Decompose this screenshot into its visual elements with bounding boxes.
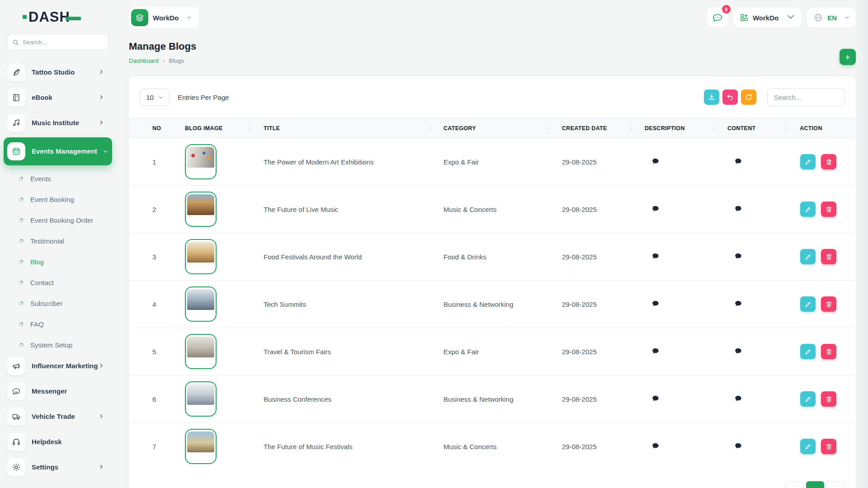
- blog-image-thumbnail[interactable]: [185, 144, 217, 179]
- sidebar-item-messenger[interactable]: Messenger: [7, 380, 108, 402]
- sidebar-subitem-events[interactable]: Events: [7, 168, 108, 189]
- sidebar-item-music-institute[interactable]: Music Institute: [7, 112, 108, 134]
- sidebar-subitem-system-setup[interactable]: System Setup: [7, 334, 108, 355]
- pagination-prev-button[interactable]: [785, 481, 803, 488]
- sidebar-item-tattoo-studio[interactable]: Tattoo Studio: [7, 61, 108, 83]
- sort-icon[interactable]: ↑↓: [428, 126, 431, 131]
- edit-button[interactable]: [800, 154, 816, 169]
- edit-button[interactable]: [800, 296, 816, 312]
- language-dropdown[interactable]: EN: [807, 8, 856, 28]
- delete-button[interactable]: [821, 344, 836, 359]
- breadcrumb-dashboard-link[interactable]: Dashboard: [129, 57, 159, 64]
- delete-button[interactable]: [821, 202, 836, 217]
- sidebar-item-events-management[interactable]: Events Management: [4, 137, 112, 165]
- column-header-blog-image[interactable]: BLOG IMAGE ↑↓: [179, 118, 258, 138]
- sidebar-item-helpdesk[interactable]: Helpdesk: [7, 431, 108, 453]
- sidebar-item-label: Vehicle Trade: [32, 413, 99, 420]
- sidebar: DASH Tattoo Studio eBook Music Institute…: [0, 0, 116, 488]
- back-button[interactable]: [722, 89, 738, 105]
- description-comment-icon[interactable]: [651, 254, 660, 262]
- app-switcher-dropdown[interactable]: WorkDo: [129, 7, 199, 28]
- description-comment-icon[interactable]: [651, 301, 660, 309]
- truck-icon: [7, 408, 25, 426]
- sidebar-search[interactable]: [7, 34, 108, 50]
- search-icon: [12, 39, 19, 46]
- delete-button[interactable]: [821, 439, 836, 454]
- sidebar-subitem-label: Subscriber: [30, 300, 63, 307]
- delete-button[interactable]: [821, 249, 836, 264]
- description-comment-icon[interactable]: [651, 444, 660, 451]
- building-icon: [131, 9, 148, 26]
- sidebar-subitem-blog[interactable]: Blog: [7, 251, 108, 272]
- sort-icon[interactable]: ↑↓: [712, 126, 715, 131]
- bullet-icon: [18, 300, 24, 306]
- delete-button[interactable]: [821, 391, 836, 407]
- column-header-created-date[interactable]: CREATED DATE ↑↓: [556, 118, 639, 138]
- column-header-title[interactable]: TITLE ↑↓: [258, 118, 438, 138]
- sidebar-item-influencer-marketing[interactable]: Influencer Marketing: [7, 355, 108, 377]
- content-comment-icon[interactable]: [734, 159, 742, 167]
- edit-button[interactable]: [800, 391, 816, 407]
- add-blog-button[interactable]: +: [840, 49, 856, 65]
- column-header-description[interactable]: DESCRIPTION ↑↓: [639, 118, 722, 138]
- content-comment-icon[interactable]: [734, 254, 742, 262]
- sidebar-subitem-event-booking[interactable]: Event Booking: [7, 189, 108, 210]
- pagination-next-button[interactable]: [827, 481, 845, 488]
- page-scrollbar[interactable]: [856, 0, 868, 488]
- sidebar-subitem-contact[interactable]: Contact: [7, 272, 108, 293]
- blog-image-thumbnail[interactable]: [185, 192, 217, 227]
- export-button[interactable]: [704, 89, 719, 105]
- blog-image-thumbnail[interactable]: [185, 334, 217, 369]
- delete-button[interactable]: [821, 296, 836, 312]
- description-comment-icon[interactable]: [651, 349, 660, 357]
- sidebar-search-input[interactable]: [23, 39, 104, 46]
- blog-image-thumbnail[interactable]: [185, 381, 217, 417]
- sidebar-item-vehicle-trade[interactable]: Vehicle Trade: [7, 406, 108, 427]
- table-row: 4 Tech Summits Business & Networking 29-…: [129, 281, 856, 328]
- description-comment-icon[interactable]: [651, 206, 660, 214]
- gear-icon: [7, 458, 25, 476]
- content-comment-icon[interactable]: [734, 444, 742, 451]
- delete-button[interactable]: [821, 154, 836, 169]
- blog-image-thumbnail[interactable]: [185, 239, 217, 274]
- content-comment-icon[interactable]: [734, 301, 742, 309]
- column-header-content[interactable]: CONTENT ↑↓: [722, 118, 794, 138]
- entries-per-page-select[interactable]: 10: [140, 89, 170, 106]
- sort-icon[interactable]: ↑↓: [546, 126, 550, 131]
- column-header-label: CATEGORY: [443, 125, 476, 131]
- content-comment-icon[interactable]: [734, 396, 742, 404]
- blog-image-thumbnail[interactable]: [185, 286, 217, 322]
- sidebar-subitem-testimonial[interactable]: Testimonial: [7, 230, 108, 251]
- content-comment-icon[interactable]: [734, 349, 742, 357]
- sidebar-subitem-subscriber[interactable]: Subscriber: [7, 293, 108, 314]
- column-header-category[interactable]: CATEGORY ↑↓: [438, 118, 556, 138]
- content-comment-icon[interactable]: [734, 206, 742, 214]
- sidebar-subitem-faq[interactable]: FAQ: [7, 314, 108, 334]
- description-comment-icon[interactable]: [651, 159, 660, 167]
- table-row: 1 The Power of Modern Art Exhibitions Ex…: [129, 138, 856, 186]
- description-comment-icon[interactable]: [651, 396, 660, 404]
- edit-button[interactable]: [800, 439, 816, 454]
- sidebar-subitem-event-booking-order[interactable]: Event Booking Order: [7, 210, 108, 230]
- sidebar-item-settings[interactable]: Settings: [7, 456, 108, 478]
- refresh-button[interactable]: [741, 89, 756, 105]
- sort-icon[interactable]: ↑↓: [629, 126, 632, 131]
- table-search-input[interactable]: [767, 88, 845, 106]
- column-header-label: CREATED DATE: [562, 125, 607, 131]
- sort-icon[interactable]: ↑↓: [248, 126, 251, 131]
- sidebar-item-label: Helpdesk: [32, 438, 108, 446]
- breadcrumb: Dashboard › Blogs: [129, 57, 856, 64]
- calendar-icon: [7, 142, 25, 160]
- edit-button[interactable]: [800, 249, 816, 264]
- pagination-current-page-button[interactable]: [806, 481, 824, 488]
- notifications-button[interactable]: 0: [707, 8, 728, 28]
- sidebar-item-ebook[interactable]: eBook: [7, 87, 108, 108]
- edit-button[interactable]: [800, 344, 816, 359]
- sort-icon[interactable]: ↑↓: [784, 126, 788, 131]
- workspace-dropdown[interactable]: WorkDo: [733, 8, 802, 28]
- trash-icon: [825, 443, 833, 450]
- notification-badge: 0: [722, 5, 731, 14]
- edit-button[interactable]: [800, 202, 816, 217]
- blog-category: Music & Concerts: [438, 423, 556, 470]
- blog-image-thumbnail[interactable]: [185, 429, 217, 464]
